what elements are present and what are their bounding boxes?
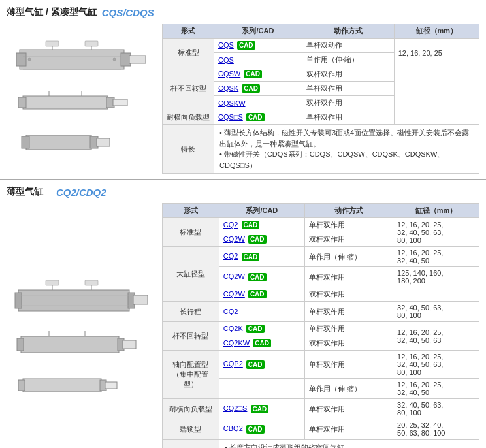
cad-badge: CAD [248,273,267,281]
link-cq2[interactable]: CQ2 [223,221,238,229]
cylinder-img-cqs-3 [13,125,150,158]
cad-badge: CAD [246,325,265,333]
table-row: 耐横向负载型 CQS□S CAD 单杆双作用 [163,110,479,125]
section-title-cn-2: 薄型气缸 [7,186,43,198]
cad-badge: CAD [253,339,271,347]
action-cqp2: 单杆双作用 [304,351,393,379]
diameter-cbq2: 20, 25, 32, 40,50, 63, 80, 100 [393,419,479,440]
action-cq2w-std: 双杆双作用 [304,232,393,247]
link-cq2-l1[interactable]: CQ2 [223,252,238,260]
table-row: 轴向配置型 （集中配置型） CQP2 CAD 单杆双作用 12, 16, 20,… [163,351,479,379]
cad-badge: CAD [251,405,269,413]
link-cq2w-l2[interactable]: CQ2W [223,290,245,298]
table-row-feature-2: 特长 长度方向设计成薄形组的省空间气缸。 带磁性开关（CDQ2系列：CDQ2、C… [163,440,479,449]
table-row: 标准型 CQ2 CAD 单杆双作用 12, 16, 20, 25,32, 40,… [163,218,479,232]
label-feature-1: 特长 [163,125,214,174]
link-cqskw[interactable]: CQSKW [218,99,246,107]
series-cqs: CQS CAD [214,39,302,53]
action-cq2w-large2: 双杆双作用 [304,287,393,302]
series-cq2k: CQ2K CAD [219,322,304,336]
section-cq2: 薄型气缸 CQ2/CDQ2 [7,185,479,448]
th-series-2: 系列/CAD [219,204,304,218]
svg-rect-11 [85,41,98,46]
section-cqs: 薄型气缸 / 紧凑型气缸 CQS/CDQS [7,5,479,174]
svg-rect-39 [18,380,25,391]
table-row: 杆不回转型 CQ2K CAD 单杆双作用 12, 16, 20, 25,32, … [163,322,479,336]
link-cq2w[interactable]: CQ2W [223,235,245,243]
table-row: 杆不回转型 CQSW CAD 双杆双作用 [163,67,479,82]
diameter-cqs-norot [394,67,479,110]
link-cq2s[interactable]: CQ2□S [223,404,248,412]
svg-point-6 [28,58,31,61]
svg-rect-28 [46,280,59,285]
cylinder-img-cq2-2 [13,326,150,362]
link-cqs2[interactable]: CQS [218,56,234,64]
label-longstroke: 长行程 [163,302,219,322]
th-action-1: 动作方式 [302,24,394,39]
diameter-cq2-std: 12, 16, 20, 25,32, 40, 50, 63,80, 100 [393,218,479,247]
series-cq2w-large: CQ2W CAD [219,267,304,287]
action-cq2-long: 单杆双作用 [304,302,393,322]
label-lateral-2: 耐横向负载型 [163,399,219,419]
section-title-cn-1: 薄型气缸 / 紧凑型气缸 [7,7,97,18]
action-cq2s: 单杆双作用 [304,399,393,419]
svg-rect-23 [15,293,22,308]
link-cbq2[interactable]: CBQ2 [223,424,243,432]
cad-badge: CAD [237,41,255,50]
link-cq2w-l[interactable]: CQ2W [223,272,245,280]
link-cqsk[interactable]: CQSK [218,84,238,92]
svg-rect-25 [133,295,148,304]
diameter-cqs-standard: 12, 16, 20, 25 [394,39,479,67]
link-cqp2[interactable]: CQP2 [223,360,243,368]
series-cq2-std1: CQ2 CAD [219,218,304,232]
link-cqsw[interactable]: CQSW [218,70,240,78]
svg-rect-33 [17,338,24,351]
diameter-cq2-norot: 12, 16, 20, 25,32, 40, 50, 63 [393,322,479,351]
label-feature-2: 特长 [163,440,219,449]
action-cqsw: 双杆双作用 [302,67,394,82]
table-row: 大缸径型 CQ2 CAD 单作用（伸·缩） 12, 16, 20, 25,32,… [163,247,479,267]
diameter-cqp2-2: 12, 16, 20, 25,32, 40, 50 [393,379,479,399]
label-axial: 轴向配置型 （集中配置型） [163,351,219,399]
link-cq2kw[interactable]: CQ2KW [223,339,250,347]
label-norot-2: 杆不回转型 [163,322,219,351]
svg-rect-29 [85,280,98,285]
action-cqsk: 单杆双作用 [302,82,394,96]
series-cq2s: CQ2□S CAD [219,399,304,419]
series-cqp2: CQP2 CAD [219,351,304,379]
series-cqsw: CQSW CAD [214,67,302,82]
series-cbq2: CBQ2 CAD [219,419,304,440]
section-title-en-2: CQ2/CDQ2 [56,187,106,198]
action-cq2-large1: 单作用（伸·缩） [304,247,393,267]
link-cq2k[interactable]: CQ2K [223,325,243,332]
svg-rect-35 [123,340,136,349]
link-cqs[interactable]: CQS [218,41,234,49]
series-cq2kw: CQ2KW CAD [219,336,304,351]
series-cq2-long: CQ2 [219,302,304,322]
image-area-1 [7,24,157,174]
label-standard-2: 标准型 [163,218,219,247]
content-area-2: 形式 系列/CAD 动作方式 缸径（mm） 标准型 CQ2 CAD 单杆双作用 … [7,203,479,448]
link-cq2-long[interactable]: CQ2 [223,308,238,315]
cad-badge: CAD [246,113,265,121]
table-cqs: 形式 系列/CAD 动作方式 缸径（mm） 标准型 CQS CAD 单杆双动作 … [162,24,479,174]
action-cbq2: 单杆双作用 [304,419,393,440]
diameter-cq2-long: 32, 40, 50, 63,80, 100 [393,302,479,322]
action-cq2-std1: 单杆双作用 [304,218,393,232]
svg-rect-21 [97,138,110,146]
th-form-1: 形式 [163,24,214,39]
series-cqp2-2 [219,379,304,399]
feature-cell-1: 薄型长方体结构，磁性开关专装可3面或4面位置选择。磁性开关安装后不会露出缸体外，… [214,125,479,174]
svg-point-7 [113,58,116,61]
section-header-cqs: 薄型气缸 / 紧凑型气缸 CQS/CDQS [7,5,479,20]
svg-rect-13 [18,97,26,108]
th-form-2: 形式 [163,204,219,218]
content-area-1: 形式 系列/CAD 动作方式 缸径（mm） 标准型 CQS CAD 单杆双动作 … [7,24,479,174]
action-cqskw: 双杆双作用 [302,96,394,110]
action-cq2w-large: 单杆双作用 [304,267,393,287]
link-cqss[interactable]: CQS□S [218,113,243,121]
svg-rect-41 [105,382,117,389]
cad-badge: CAD [246,360,265,369]
diameter-cq2w-large2 [393,287,479,302]
label-largecyl: 大缸径型 [163,247,219,302]
